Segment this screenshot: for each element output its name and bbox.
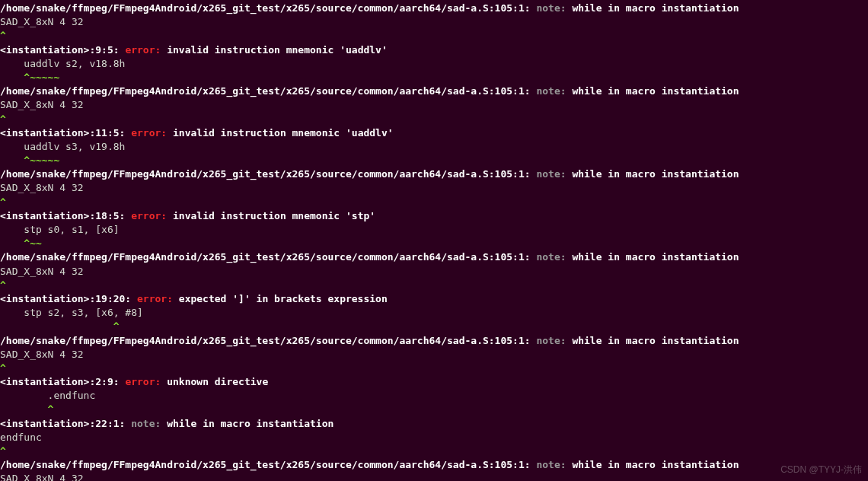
error-label: error: (137, 293, 173, 304)
macro-line: SAD_X_8xN 4 32 (0, 15, 868, 29)
error-label: error: (125, 376, 161, 387)
caret: ^ (0, 444, 868, 458)
watermark: CSDN @TYYJ-洪伟 (780, 463, 862, 476)
file-path: /home/snake/ffmpeg/FFmpeg4Android/x265_g… (0, 251, 531, 263)
note-label: note: (536, 168, 566, 180)
error-msg: invalid instruction mnemonic 'uaddlv' (173, 127, 394, 139)
error-msg: invalid instruction mnemonic 'uaddlv' (167, 44, 388, 56)
note-label: note: (536, 335, 566, 346)
error-msg: expected ']' in brackets expression (179, 293, 388, 304)
caret: ^~~~~~ (0, 71, 868, 84)
macro-line: SAD_X_8xN 4 32 (0, 181, 868, 195)
error-label: error: (131, 127, 167, 139)
error-msg: unknown directive (167, 376, 268, 387)
code-line: stp s2, s3, [x6, #8] (0, 306, 868, 320)
file-path: /home/snake/ffmpeg/FFmpeg4Android/x265_g… (0, 2, 531, 14)
code-line: uaddlv s3, v19.8h (0, 140, 868, 154)
note-label: note: (131, 418, 161, 429)
code-line: stp s0, s1, [x6] (0, 223, 868, 237)
inst-loc: <instantiation>:18:5: (0, 210, 125, 221)
file-path: /home/snake/ffmpeg/FFmpeg4Android/x265_g… (0, 85, 531, 97)
caret: ^~~~~~ (0, 154, 868, 167)
code-line: uaddlv s2, v18.8h (0, 57, 868, 71)
note-msg: while in macro instantiation (572, 85, 739, 97)
caret: ^ (0, 29, 868, 43)
error-label: error: (131, 210, 167, 221)
note-label: note: (536, 85, 566, 97)
macro-line: SAD_X_8xN 4 32 (0, 265, 868, 279)
code-line: .endfunc (0, 389, 868, 403)
caret: ^ (0, 320, 868, 333)
note-label: note: (536, 2, 566, 14)
note-msg: while in macro instantiation (167, 418, 333, 429)
note-msg: while in macro instantiation (572, 168, 739, 180)
file-path: /home/snake/ffmpeg/FFmpeg4Android/x265_g… (0, 168, 531, 180)
error-label: error: (125, 44, 161, 56)
note-msg: while in macro instantiation (572, 2, 739, 14)
note-msg: while in macro instantiation (572, 335, 739, 346)
macro-line: SAD_X_8xN 4 32 (0, 98, 868, 112)
file-path: /home/snake/ffmpeg/FFmpeg4Android/x265_g… (0, 335, 531, 346)
note-label: note: (536, 459, 566, 470)
caret: ^ (0, 362, 868, 375)
code-line: endfunc (0, 431, 868, 444)
caret: ^ (0, 113, 868, 126)
file-path: /home/snake/ffmpeg/FFmpeg4Android/x265_g… (0, 459, 531, 470)
caret: ^~~ (0, 237, 868, 250)
inst-loc: <instantiation>:19:20: (0, 293, 131, 304)
caret: ^ (0, 196, 868, 209)
terminal-output: /home/snake/ffmpeg/FFmpeg4Android/x265_g… (0, 2, 868, 481)
macro-line: SAD_X_8xN 4 32 (0, 348, 868, 362)
note-label: note: (536, 251, 566, 263)
inst-loc: <instantiation>:11:5: (0, 127, 125, 139)
inst-loc: <instantiation>:22:1: (0, 418, 125, 429)
error-msg: invalid instruction mnemonic 'stp' (173, 210, 375, 221)
caret: ^ (0, 403, 868, 416)
macro-line: SAD_X_8xN 4 32 (0, 472, 868, 481)
note-msg: while in macro instantiation (572, 459, 739, 470)
note-msg: while in macro instantiation (572, 251, 739, 263)
caret: ^ (0, 279, 868, 292)
inst-loc: <instantiation>:2:9: (0, 376, 120, 387)
inst-loc: <instantiation>:9:5: (0, 44, 120, 56)
